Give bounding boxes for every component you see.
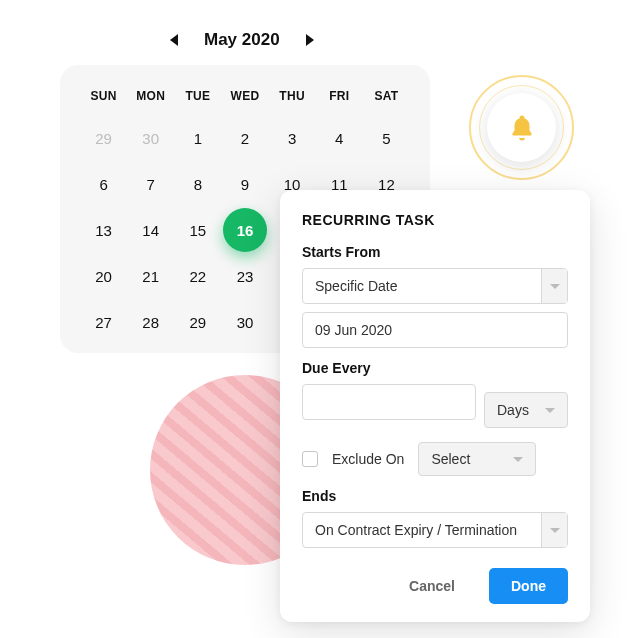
calendar-day[interactable]: 16 [221,213,268,247]
due-every-label: Due Every [302,360,568,376]
dropdown-caret-icon [541,269,567,303]
ends-select[interactable]: On Contract Expiry / Termination [302,512,568,548]
starts-from-select[interactable]: Specific Date [302,268,568,304]
starts-from-select-value: Specific Date [315,278,397,294]
starts-from-label: Starts From [302,244,568,260]
dow-header: FRI [316,89,363,109]
dow-header: SAT [363,89,410,109]
calendar-day[interactable]: 2 [221,121,268,155]
calendar-day[interactable]: 7 [127,167,174,201]
calendar-day[interactable]: 5 [363,121,410,155]
calendar-day[interactable]: 28 [127,305,174,339]
bell-icon [507,113,537,143]
calendar-day[interactable]: 21 [127,259,174,293]
month-label: May 2020 [204,30,280,50]
calendar-day[interactable]: 22 [174,259,221,293]
dropdown-caret-icon [541,513,567,547]
calendar-day[interactable]: 20 [80,259,127,293]
starts-from-date-input[interactable]: 09 Jun 2020 [302,312,568,348]
due-every-input[interactable] [302,384,476,420]
panel-title: RECURRING TASK [302,212,568,228]
prev-month-arrow[interactable] [170,34,178,46]
exclude-on-select[interactable]: Select [418,442,536,476]
exclude-on-checkbox[interactable] [302,451,318,467]
dow-header: TUE [174,89,221,109]
starts-from-date-value: 09 Jun 2020 [315,322,392,338]
calendar-day[interactable]: 9 [221,167,268,201]
calendar-day[interactable]: 14 [127,213,174,247]
calendar-day[interactable]: 1 [174,121,221,155]
notification-orb[interactable] [469,75,574,180]
due-every-unit-value: Days [497,402,529,418]
dow-header: MON [127,89,174,109]
dow-header: WED [221,89,268,109]
calendar-day[interactable]: 30 [127,121,174,155]
calendar-day[interactable]: 13 [80,213,127,247]
ends-select-value: On Contract Expiry / Termination [315,522,517,538]
calendar-day[interactable]: 3 [269,121,316,155]
calendar-day[interactable]: 30 [221,305,268,339]
calendar-day[interactable]: 15 [174,213,221,247]
calendar-day[interactable]: 29 [80,121,127,155]
dow-header: SUN [80,89,127,109]
dropdown-caret-icon [541,401,559,419]
calendar-day[interactable]: 4 [316,121,363,155]
done-button[interactable]: Done [489,568,568,604]
exclude-on-label: Exclude On [332,451,404,467]
dow-header: THU [269,89,316,109]
recurring-task-panel: RECURRING TASK Starts From Specific Date… [280,190,590,622]
dropdown-caret-icon [509,450,527,468]
calendar-day[interactable]: 29 [174,305,221,339]
due-every-unit-select[interactable]: Days [484,392,568,428]
ends-label: Ends [302,488,568,504]
cancel-button[interactable]: Cancel [387,568,477,604]
calendar-day[interactable]: 27 [80,305,127,339]
next-month-arrow[interactable] [306,34,314,46]
calendar-day[interactable]: 6 [80,167,127,201]
calendar-day[interactable]: 23 [221,259,268,293]
exclude-on-select-value: Select [431,451,470,467]
calendar-day[interactable]: 8 [174,167,221,201]
month-navigation: May 2020 [170,30,314,50]
